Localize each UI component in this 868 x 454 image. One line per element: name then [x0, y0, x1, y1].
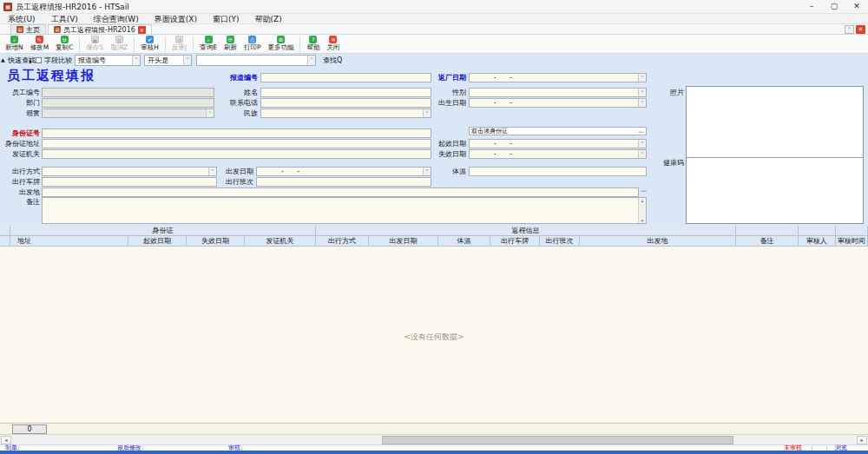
minimize-button[interactable]: – [800, 0, 823, 13]
id-addr-input[interactable] [42, 139, 431, 148]
depart-place-label: 出发地 [0, 188, 40, 197]
chevron-down-icon[interactable]: ˅ [183, 56, 191, 65]
form-panel: ▲ 快速查找 ▼ 字段比较 报道编号 ˅ 开头是 ˅ ˅ 查找Q 员工返程填报 … [0, 54, 868, 226]
chevron-down-icon[interactable]: ˅ [132, 56, 140, 65]
col-travel-mode[interactable]: 出行方式 [316, 236, 369, 246]
collapse-minus-icon[interactable]: — [641, 188, 647, 194]
grid-footer-row: 0 [0, 423, 868, 434]
tab-current[interactable]: ▤ 员工返程填报-HR2016 ✕ [48, 24, 152, 34]
col-depart-date[interactable]: 出发日期 [369, 236, 438, 246]
birth-date-input[interactable]: - - ˅ [469, 98, 647, 108]
chevron-down-icon[interactable]: ˅ [638, 150, 646, 158]
remark-textarea[interactable]: ▴ ▾ [42, 197, 647, 224]
save-button: ▣ 保存S [82, 35, 107, 54]
menu-window[interactable]: 窗口(Y) [205, 14, 247, 24]
chevron-down-icon[interactable]: ˅ [208, 168, 216, 175]
chevron-down-icon[interactable]: ˅ [638, 74, 646, 82]
field-compare-checkbox[interactable] [36, 57, 42, 63]
collapse-panel-icon[interactable]: ▲ [1, 54, 5, 65]
search-field-select[interactable]: 报道编号 ˅ [75, 55, 141, 66]
menu-help[interactable]: 帮助(Z) [247, 14, 289, 24]
depart-place-input[interactable] [42, 188, 639, 197]
chevron-down-icon[interactable]: ˅ [638, 140, 646, 148]
tab-list-chevron-icon[interactable]: ˅ [845, 25, 854, 34]
issuer-input[interactable] [42, 149, 431, 159]
refresh-icon: ⟳ [227, 36, 234, 43]
col-temperature[interactable]: 体温 [438, 236, 490, 246]
audit-button[interactable]: ✔ 审核H [137, 35, 162, 54]
depart-date-input[interactable]: - - ˅ [256, 167, 431, 176]
photo-label: 照片 [655, 88, 684, 97]
scrollbar-thumb[interactable] [382, 436, 733, 444]
col-valid-to[interactable]: 失效日期 [187, 236, 245, 246]
col-address[interactable]: 地址 [10, 236, 128, 246]
remark-scrollbar[interactable]: ▴ ▾ [638, 198, 646, 223]
report-no-input[interactable] [260, 73, 431, 82]
search-operator-select[interactable]: 开头是 ˅ [144, 55, 192, 66]
col-auditor[interactable]: 审核人 [799, 236, 836, 246]
copy-button[interactable]: ⧉ 复制C [52, 35, 76, 54]
chevron-down-icon[interactable]: ˅ [206, 109, 214, 117]
tabstrip-close-icon[interactable]: ✕ [856, 25, 865, 34]
menu-system[interactable]: 系统(U) [0, 14, 43, 24]
search-value-combo[interactable]: ˅ [196, 55, 316, 66]
col-shift[interactable]: 出行班次 [540, 236, 580, 246]
menu-query[interactable]: 综合查询(W) [86, 14, 147, 24]
ethnicity-select[interactable]: ˅ [260, 109, 431, 118]
horizontal-scrollbar[interactable]: ◂ ▸ [0, 434, 868, 444]
scroll-right-icon[interactable]: ▸ [857, 436, 867, 444]
quick-search-dropdown-icon[interactable]: ▼ [29, 56, 32, 68]
chevron-down-icon[interactable]: ˅ [638, 99, 646, 107]
valid-from-input[interactable]: - - ˅ [469, 139, 647, 148]
chevron-down-icon[interactable]: ˅ [423, 109, 431, 117]
grid-body[interactable]: <没有任何数据> [0, 247, 868, 423]
menu-ui-settings[interactable]: 界面设置(X) [147, 14, 205, 24]
group-header-return-info[interactable]: 返程信息 [316, 226, 736, 235]
ethnicity-label: 民族 [217, 109, 258, 118]
chevron-down-icon[interactable]: ˅ [307, 56, 315, 65]
temperature-input[interactable] [469, 167, 647, 176]
read-id-card-button[interactable]: 双击读身份证 — [469, 127, 647, 135]
chevron-down-icon[interactable]: ˅ [638, 89, 646, 96]
id-no-input[interactable] [42, 128, 431, 138]
tab-home[interactable]: ▤ 主页 [10, 24, 46, 34]
return-date-input[interactable]: - - ˅ [469, 73, 647, 82]
menu-tools[interactable]: 工具(V) [43, 14, 86, 24]
tabstrip-controls: ˅ ✕ [845, 25, 865, 34]
print-button[interactable]: ⎙ 打印P [240, 35, 265, 54]
tab-close-icon[interactable]: ✕ [138, 26, 146, 34]
refresh-button[interactable]: ⟳ 刷新 [220, 35, 240, 54]
close-tab-button[interactable]: ✕ 关闭 [323, 35, 343, 54]
issuer-label: 发证机关 [0, 149, 40, 159]
gender-select[interactable]: ˅ [469, 88, 647, 97]
travel-mode-select[interactable]: ˅ [42, 167, 217, 176]
add-button[interactable]: ＋ 新增N [2, 35, 27, 54]
valid-to-input[interactable]: - - ˅ [469, 149, 647, 159]
plate-input[interactable] [42, 177, 217, 187]
more-functions-button[interactable]: ⚙ 更多功能 [264, 35, 297, 54]
phone-input[interactable] [260, 98, 431, 108]
scroll-up-icon[interactable]: ▴ [639, 198, 646, 203]
col-plate[interactable]: 出行车牌 [490, 236, 540, 246]
maximize-button[interactable]: ▢ [823, 0, 845, 13]
scroll-left-icon[interactable]: ◂ [1, 436, 11, 444]
close-button[interactable]: ✕ [845, 0, 868, 13]
col-remark[interactable]: 备注 [736, 236, 799, 246]
query-button[interactable]: ⌕ 查询E [196, 35, 220, 54]
scroll-down-icon[interactable]: ▾ [639, 218, 646, 223]
col-depart-place[interactable]: 出发地 [580, 236, 736, 246]
native-place-select[interactable]: ˅ [42, 109, 214, 118]
valid-from-label: 起效日期 [421, 139, 466, 148]
shift-input[interactable] [256, 177, 431, 187]
group-header-empty [799, 226, 836, 235]
help-button[interactable]: ? 帮助 [303, 35, 323, 54]
photo-box[interactable] [686, 86, 864, 224]
modify-button[interactable]: ✎ 修改M [27, 35, 52, 54]
col-valid-from[interactable]: 起效日期 [128, 236, 187, 246]
col-audit-time[interactable]: 审核时间 [836, 236, 868, 246]
search-button[interactable]: 查找Q [323, 55, 342, 66]
collapse-minus-icon[interactable]: — [638, 128, 644, 135]
name-input[interactable] [260, 88, 431, 97]
col-issuer[interactable]: 发证机关 [245, 236, 316, 246]
group-header-id-card[interactable]: 身份证 [10, 226, 316, 235]
